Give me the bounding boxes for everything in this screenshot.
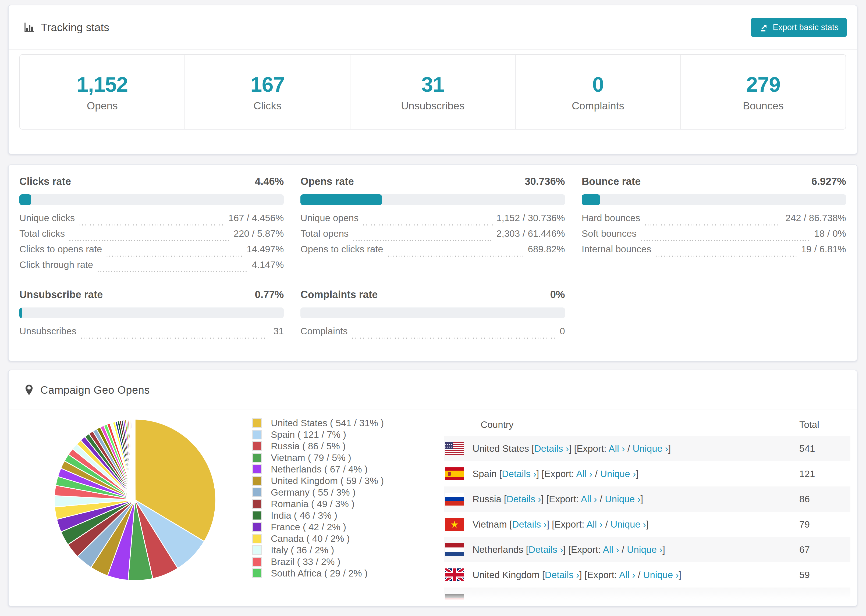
export-label: Export: — [554, 519, 584, 530]
rate-row-value: 2,303 / 61.446% — [496, 228, 565, 239]
details-link[interactable]: Details › — [545, 569, 579, 580]
bracket-close-1: ] — [569, 443, 572, 454]
export-unique-link[interactable]: Unique › — [633, 443, 668, 454]
rate-row-label: Soft bounces — [582, 228, 636, 239]
rate-row-label: Unique opens — [301, 212, 359, 223]
legend-label: Italy ( 36 / 2% ) — [271, 545, 334, 556]
stat-label: Bounces — [743, 100, 784, 112]
country-total: 67 — [799, 544, 810, 555]
export-label: Export: — [571, 544, 601, 555]
legend-item: Russia ( 86 / 5% ) — [252, 440, 384, 452]
rates-grid: Clicks rate 4.46% Unique clicks 167 / 4.… — [19, 176, 846, 341]
details-link[interactable]: Details › — [512, 519, 546, 530]
export-all-link[interactable]: All › — [619, 569, 635, 580]
bracket-open-1: [ — [504, 494, 507, 504]
legend-label: Brazil ( 33 / 2% ) — [271, 556, 340, 567]
dotted-leader — [644, 225, 782, 225]
summary-stat-cell: 31 Unsubscribes — [350, 55, 515, 129]
dotted-leader — [352, 240, 493, 241]
rate-row-value: 167 / 4.456% — [228, 212, 284, 223]
stat-value: 31 — [422, 72, 444, 97]
bracket-close-2: ] — [641, 494, 643, 504]
geo-table-row: Spain [Details ›] [Export: All › / Uniqu… — [444, 461, 850, 486]
geo-table-row: Russia [Details ›] [Export: All › / Uniq… — [444, 486, 850, 512]
export-unique-link[interactable]: Unique › — [627, 544, 663, 555]
export-unique-link[interactable]: Unique › — [600, 468, 636, 479]
bracket-close-1: ] — [547, 519, 550, 530]
legend-label: South Africa ( 29 / 2% ) — [271, 568, 368, 579]
export-all-link[interactable]: All › — [609, 443, 625, 454]
export-basic-stats-button[interactable]: Export basic stats — [751, 18, 847, 37]
stat-value: 279 — [746, 72, 780, 97]
rate-rows: Unsubscribes 31 — [19, 326, 284, 341]
country-total: 86 — [799, 494, 810, 504]
legend-label: Canada ( 40 / 2% ) — [271, 533, 350, 544]
bracket-open-1: [ — [542, 569, 545, 580]
details-link[interactable]: Details › — [534, 443, 569, 454]
rate-stat-row: Opens to clicks rate 689.82% — [301, 244, 565, 259]
bar-chart-icon — [24, 22, 35, 33]
details-link[interactable]: Details › — [506, 494, 541, 504]
rate-row-label: Internal bounces — [582, 244, 651, 255]
dotted-leader — [655, 256, 797, 257]
export-unique-link[interactable]: Unique › — [611, 519, 646, 530]
dotted-leader — [640, 240, 810, 241]
geo-title: Campaign Geo Opens — [40, 384, 150, 396]
dotted-leader — [80, 338, 269, 339]
rate-progress-track — [301, 308, 565, 318]
bracket-close-2: ] — [679, 569, 682, 580]
export-all-link[interactable]: All › — [581, 494, 597, 504]
rate-progress-fill — [301, 194, 382, 205]
export-unique-link[interactable]: Unique › — [605, 494, 640, 504]
legend-label: India ( 46 / 3% ) — [271, 510, 337, 521]
legend-item: South Africa ( 29 / 2% ) — [252, 567, 384, 579]
export-all-link[interactable]: All › — [603, 544, 619, 555]
rate-row-value: 1,152 / 30.736% — [496, 212, 565, 223]
dotted-leader — [387, 256, 524, 257]
rate-row-value: 0 — [560, 326, 565, 336]
details-link[interactable]: Details › — [502, 468, 536, 479]
rate-stat-row: Click through rate 4.147% — [19, 259, 284, 275]
legend-label: Spain ( 121 / 7% ) — [271, 429, 346, 440]
summary-stat-cell: 279 Bounces — [680, 55, 846, 129]
geo-table-row: Vietnam [Details ›] [Export: All › / Uni… — [444, 512, 850, 537]
geo-table-row: United States [Details ›] [Export: All ›… — [444, 436, 850, 461]
country-name: United States — [472, 443, 529, 454]
flag-nl-icon — [445, 543, 464, 556]
rate-block: Clicks rate 4.46% Unique clicks 167 / 4.… — [19, 176, 284, 275]
stat-label: Clicks — [254, 100, 282, 112]
export-all-link[interactable]: All › — [587, 519, 603, 530]
rate-row-value: 220 / 5.87% — [234, 228, 284, 239]
stat-label: Complaints — [572, 100, 624, 112]
legend-item: Canada ( 40 / 2% ) — [252, 533, 384, 544]
rate-row-label: Hard bounces — [582, 212, 640, 223]
legend-label: Netherlands ( 67 / 4% ) — [271, 464, 368, 475]
dotted-leader — [362, 225, 493, 225]
dotted-leader — [79, 225, 225, 225]
rate-progress-fill — [19, 194, 31, 205]
rate-block: Bounce rate 6.927% Hard bounces 242 / 86… — [582, 176, 846, 275]
export-all-link[interactable]: All › — [576, 468, 592, 479]
pie-slice[interactable] — [135, 419, 135, 500]
export-label: Export: — [544, 468, 574, 479]
details-link[interactable]: Details › — [529, 544, 563, 555]
country-name: Vietnam — [472, 519, 507, 530]
rate-row-value: 18 / 0% — [814, 228, 846, 239]
bracket-open-1: [ — [510, 519, 512, 530]
geo-body: United States ( 541 / 31% ) Spain ( 121 … — [9, 410, 857, 606]
legend-label: Romania ( 49 / 3% ) — [271, 498, 354, 509]
slash-separator: / — [627, 443, 630, 454]
rate-row-value: 242 / 86.738% — [785, 212, 846, 223]
rate-stat-row: Total opens 2,303 / 61.446% — [301, 228, 565, 244]
export-unique-link[interactable]: Unique › — [643, 569, 679, 580]
summary-stat-cell: 167 Clicks — [184, 55, 350, 129]
rate-title: Unsubscribe rate — [19, 289, 103, 300]
rate-block: Opens rate 30.736% Unique opens 1,152 / … — [301, 176, 565, 275]
rate-row-label: Opens to clicks rate — [301, 244, 383, 255]
country-total: 79 — [799, 519, 810, 530]
rate-stat-row: Unique opens 1,152 / 30.736% — [301, 212, 565, 228]
legend-label: Russia ( 86 / 5% ) — [271, 441, 346, 451]
export-button-label: Export basic stats — [773, 23, 839, 32]
rate-row-label: Total opens — [301, 228, 348, 239]
stat-value: 1,152 — [77, 72, 128, 97]
